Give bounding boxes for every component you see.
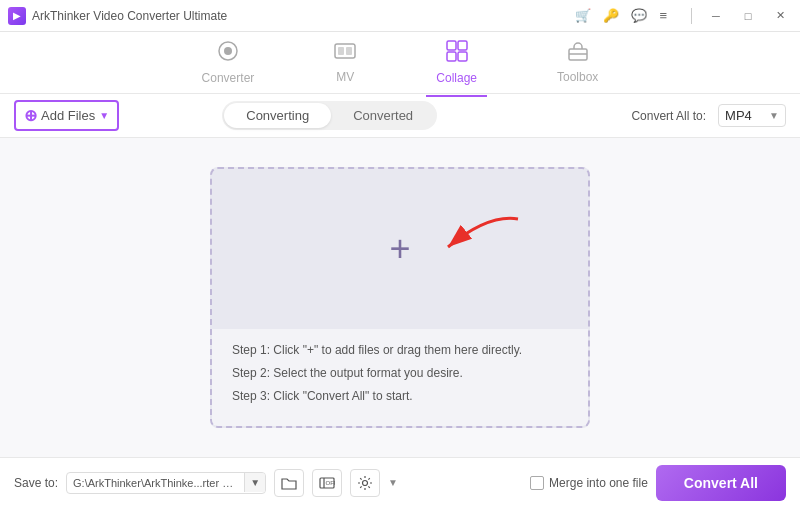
svg-point-15 [363,480,368,485]
add-files-label: Add Files [41,108,95,123]
add-files-dropdown-arrow: ▼ [99,110,109,121]
svg-rect-8 [458,52,467,61]
minimize-button[interactable]: ─ [704,6,728,26]
converter-label: Converter [202,71,255,85]
merge-label: Merge into one file [549,476,648,490]
merge-checkbox[interactable] [530,476,544,490]
svg-rect-5 [447,41,456,50]
svg-rect-4 [346,47,352,55]
merge-checkbox-wrapper: Merge into one file [530,476,648,490]
svg-point-1 [224,47,232,55]
menu-icon[interactable]: ≡ [659,8,667,23]
tab-converted[interactable]: Converted [331,103,435,128]
chat-icon[interactable]: 💬 [631,8,647,23]
convert-all-to-label: Convert All to: [631,109,706,123]
drop-zone-steps: Step 1: Click "+" to add files or drag t… [212,329,588,426]
drop-plus-icon: + [389,228,410,270]
save-path-dropdown[interactable]: ▼ [244,473,265,492]
title-bar-left: ▶ ArkThinker Video Converter Ultimate [8,7,227,25]
save-to-label: Save to: [14,476,58,490]
title-divider [691,8,692,24]
folder-icon-btn[interactable] [274,469,304,497]
nav-item-toolbox[interactable]: Toolbox [547,35,608,90]
svg-rect-7 [447,52,456,61]
media-icon-btn[interactable]: OFF [312,469,342,497]
save-path-text: G:\ArkThinker\ArkThinke...rter Ultimate\… [67,473,244,493]
main-content: + Step 1: Click "+" to add files or drag… [0,138,800,457]
save-path-wrapper[interactable]: G:\ArkThinker\ArkThinke...rter Ultimate\… [66,472,266,494]
nav-item-mv[interactable]: MV [324,35,366,90]
drop-zone[interactable]: + Step 1: Click "+" to add files or drag… [210,167,590,428]
tab-converting[interactable]: Converting [224,103,331,128]
svg-rect-3 [338,47,344,55]
title-bar: ▶ ArkThinker Video Converter Ultimate 🛒 … [0,0,800,32]
step-1: Step 1: Click "+" to add files or drag t… [232,341,568,359]
format-dropdown-arrow: ▼ [769,110,779,121]
drop-zone-inner: + [212,169,588,329]
key-icon[interactable]: 🔑 [603,8,619,23]
nav-item-collage[interactable]: Collage [426,34,487,91]
add-plus-icon: ⊕ [24,106,37,125]
maximize-button[interactable]: □ [736,6,760,26]
add-files-button[interactable]: ⊕ Add Files ▼ [14,100,119,131]
svg-text:OFF: OFF [326,480,336,486]
format-select[interactable]: MP4 ▼ [718,104,786,127]
app-title: ArkThinker Video Converter Ultimate [32,9,227,23]
settings-arrow[interactable]: ▼ [388,477,398,488]
settings-icon-btn[interactable] [350,469,380,497]
svg-rect-6 [458,41,467,50]
cart-icon[interactable]: 🛒 [575,8,591,23]
toolbox-label: Toolbox [557,70,598,84]
arrow-indicator [428,209,528,272]
collage-label: Collage [436,71,477,85]
step-2: Step 2: Select the output format you des… [232,364,568,382]
mv-icon [334,41,356,66]
toolbox-icon [567,41,589,66]
tab-group: Converting Converted [222,101,437,130]
convert-all-button[interactable]: Convert All [656,465,786,501]
mv-label: MV [336,70,354,84]
converter-icon [217,40,239,67]
toolbar-row: ⊕ Add Files ▼ Converting Converted Conve… [0,94,800,138]
step-3: Step 3: Click "Convert All" to start. [232,387,568,405]
nav-bar: Converter MV Collage [0,32,800,94]
close-button[interactable]: ✕ [768,6,792,26]
app-icon: ▶ [8,7,26,25]
title-bar-icons: 🛒 🔑 💬 ≡ [575,8,667,23]
nav-item-converter[interactable]: Converter [192,34,265,91]
format-value: MP4 [725,108,765,123]
bottom-bar: Save to: G:\ArkThinker\ArkThinke...rter … [0,457,800,507]
collage-icon [446,40,468,67]
